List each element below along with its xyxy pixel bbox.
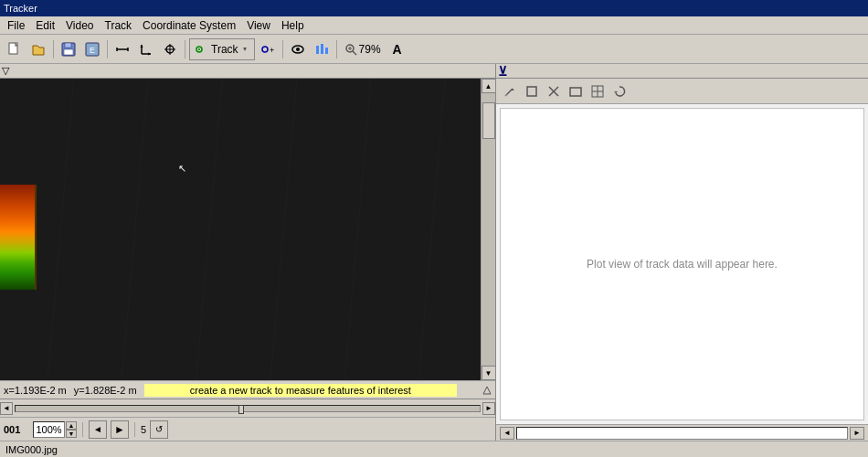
plot-scroll-left-button[interactable]: ◄	[500, 427, 514, 440]
menu-file[interactable]: File	[2, 17, 30, 34]
save-button[interactable]	[58, 38, 79, 60]
track-hint: create a new track to measure features o…	[144, 384, 457, 397]
video-frame: ↖	[0, 79, 495, 380]
scroll-thumb[interactable]	[482, 102, 495, 139]
svg-rect-23	[316, 46, 319, 54]
zoom-down-button[interactable]: ▼	[66, 430, 77, 438]
zoom-up-button[interactable]: ▲	[66, 421, 77, 430]
frame-number: 001	[4, 424, 29, 435]
corner-icon[interactable]: ⊻	[498, 64, 507, 79]
left-panel: ▽ ↖ ▲ ▼ x=1.193E-2 m y	[0, 64, 496, 441]
timeline-track[interactable]	[15, 405, 481, 412]
scroll-down-button[interactable]: ▼	[482, 366, 496, 380]
svg-point-19	[262, 47, 268, 52]
plot-area: Plot view of track data will appear here…	[500, 108, 864, 420]
step-back-button[interactable]: ◄	[89, 420, 107, 439]
ctrl-sep-1	[82, 422, 83, 437]
track-button[interactable]: Track	[189, 38, 255, 60]
track-extra-button[interactable]: +	[257, 38, 279, 60]
svg-line-33	[505, 94, 507, 96]
svg-rect-25	[325, 48, 328, 54]
timeline-thumb[interactable]	[238, 405, 244, 414]
controls-area: 001 ▲ ▼ ◄ ► 5 ↺	[0, 417, 495, 441]
plot-pencil-button[interactable]	[500, 81, 520, 101]
svg-marker-18	[243, 48, 247, 51]
track-button-label: Track	[211, 43, 238, 56]
right-panel: ⊻ Plot view of track dat	[496, 64, 868, 441]
play-button[interactable]: ►	[111, 420, 129, 439]
ctrl-sep-2	[134, 422, 135, 437]
svg-point-17	[198, 48, 200, 50]
svg-text:+: +	[270, 46, 274, 55]
scratches-overlay	[0, 79, 495, 380]
plot-maximize-button[interactable]	[566, 81, 586, 101]
menu-bar: File Edit Video Track Coordinate System …	[0, 16, 868, 35]
loop-button[interactable]: ↺	[150, 420, 168, 439]
plot-bottom-bar: ◄ ►	[496, 424, 868, 441]
plot-scroll-right-button[interactable]: ►	[850, 427, 864, 440]
toolbar-sep-5	[336, 40, 337, 58]
svg-rect-3	[64, 49, 73, 55]
svg-marker-11	[141, 45, 143, 48]
toolbar-sep-2	[107, 40, 108, 58]
export-button[interactable]: E	[81, 38, 103, 60]
main-content: ▽ ↖ ▲ ▼ x=1.193E-2 m y	[0, 64, 868, 441]
menu-edit[interactable]: Edit	[30, 17, 60, 34]
zoom-input[interactable]	[33, 421, 65, 438]
point-button[interactable]	[159, 38, 181, 60]
video-top-bar: ▽	[0, 64, 495, 79]
menu-coordinate-system[interactable]: Coordinate System	[137, 17, 241, 34]
svg-marker-41	[614, 91, 618, 93]
font-icon: A	[393, 42, 402, 57]
menu-help[interactable]: Help	[276, 17, 310, 34]
filter-icon[interactable]: ▽	[2, 65, 9, 77]
plot-placeholder: Plot view of track data will appear here…	[587, 258, 778, 271]
plot-grid-button[interactable]	[587, 81, 608, 101]
svg-line-27	[353, 51, 356, 55]
svg-rect-24	[321, 44, 323, 54]
plot-close-button[interactable]	[544, 81, 564, 101]
toolbar-sep-4	[282, 40, 283, 58]
svg-point-22	[296, 48, 300, 51]
axes-button[interactable]	[135, 38, 157, 60]
video-status-bar: x=1.193E-2 m y=1.828E-2 m create a new t…	[0, 380, 495, 399]
vertical-scrollbar: ▲ ▼	[481, 79, 495, 380]
title-bar: Tracker	[0, 0, 868, 16]
svg-rect-34	[527, 87, 536, 96]
svg-marker-30	[483, 387, 491, 394]
title-label: Tracker	[4, 3, 37, 14]
plot-bottom-input[interactable]	[516, 427, 848, 440]
video-container: ↖ ▲ ▼	[0, 79, 495, 380]
filename-bar: IMG000.jpg	[0, 441, 868, 457]
menu-video[interactable]: Video	[60, 17, 99, 34]
font-button[interactable]: A	[386, 38, 408, 60]
timeline-left-button[interactable]: ◄	[0, 402, 13, 415]
zoom-control: ▲ ▼	[33, 421, 77, 438]
filename-label: IMG000.jpg	[5, 444, 58, 455]
svg-text:E: E	[90, 46, 95, 55]
plot-top-bar: ⊻	[496, 64, 868, 79]
zoom-level: 79%	[359, 43, 381, 56]
open-button[interactable]	[27, 38, 49, 60]
y-coordinate: y=1.828E-2 m	[74, 385, 137, 396]
menu-view[interactable]: View	[241, 17, 276, 34]
svg-rect-2	[65, 43, 71, 48]
plot-refresh-button[interactable]	[609, 81, 630, 101]
scroll-up-button[interactable]: ▲	[482, 79, 496, 93]
cursor-indicator: ↖	[178, 163, 186, 175]
plot-select-button[interactable]	[522, 81, 542, 101]
menu-track[interactable]: Track	[100, 17, 138, 34]
timeline-area: ◄ ►	[0, 399, 495, 417]
new-button[interactable]	[4, 38, 26, 60]
scroll-track[interactable]	[482, 93, 496, 366]
toolbar-sep-1	[53, 40, 54, 58]
zoom-display: 79%	[341, 43, 385, 56]
calibration-button[interactable]	[111, 38, 133, 60]
status-icon	[482, 386, 492, 395]
x-coordinate: x=1.193E-2 m	[4, 385, 67, 396]
timeline-right-button[interactable]: ►	[482, 402, 495, 415]
visibility-button[interactable]	[287, 38, 309, 60]
data-button[interactable]	[311, 38, 333, 60]
toolbar: E Track + 79% A	[0, 35, 868, 64]
svg-marker-12	[148, 52, 151, 55]
